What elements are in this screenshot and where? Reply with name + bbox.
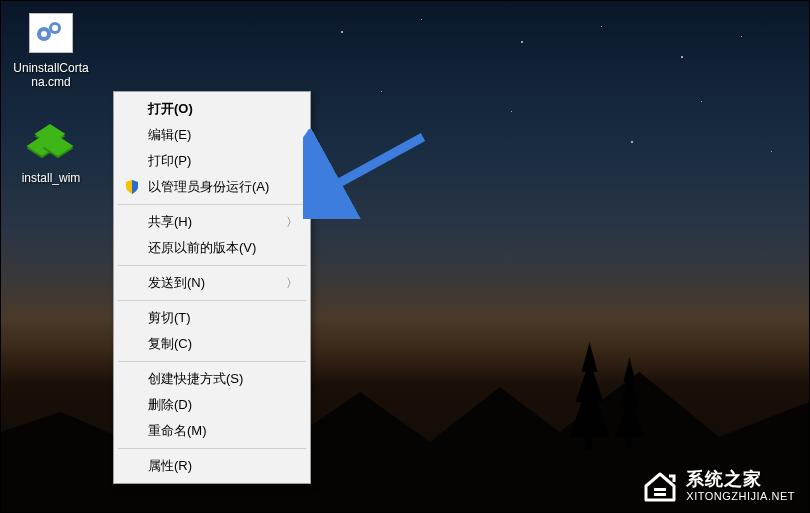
menu-item-open[interactable]: 打开(O): [116, 96, 308, 122]
menu-separator: [118, 204, 306, 205]
house-icon: [642, 470, 678, 502]
menu-item-print[interactable]: 打印(P): [116, 148, 308, 174]
menu-item-label: 编辑(E): [148, 126, 191, 144]
chevron-right-icon: 〉: [286, 214, 298, 231]
menu-item-share[interactable]: 共享(H) 〉: [116, 209, 308, 235]
shield-icon: [124, 179, 140, 195]
watermark: 系统之家 XITONGZHIJIA.NET: [642, 470, 795, 502]
menu-item-label: 删除(D): [148, 396, 192, 414]
menu-separator: [118, 265, 306, 266]
cmd-file-icon: [27, 9, 75, 57]
menu-item-label: 重命名(M): [148, 422, 207, 440]
menu-item-cut[interactable]: 剪切(T): [116, 305, 308, 331]
menu-item-restore-versions[interactable]: 还原以前的版本(V): [116, 235, 308, 261]
menu-item-send-to[interactable]: 发送到(N) 〉: [116, 270, 308, 296]
desktop-icon-uninstall-cortana-cmd[interactable]: UninstallCortana.cmd: [11, 9, 91, 89]
menu-item-label: 还原以前的版本(V): [148, 239, 256, 257]
menu-item-label: 发送到(N): [148, 274, 205, 292]
menu-separator: [118, 448, 306, 449]
svg-rect-3: [654, 488, 666, 491]
menu-item-label: 属性(R): [148, 457, 192, 475]
menu-item-label: 剪切(T): [148, 309, 191, 327]
desktop-icon-install-wim[interactable]: install_wim: [11, 119, 91, 185]
svg-rect-1: [626, 432, 631, 448]
menu-separator: [118, 361, 306, 362]
svg-rect-4: [654, 493, 666, 496]
menu-item-label: 共享(H): [148, 213, 192, 231]
wim-file-icon: [27, 119, 75, 167]
desktop-icon-label: UninstallCortana.cmd: [11, 61, 91, 89]
menu-item-properties[interactable]: 属性(R): [116, 453, 308, 479]
watermark-cn: 系统之家: [686, 470, 795, 490]
chevron-right-icon: 〉: [286, 275, 298, 292]
menu-item-rename[interactable]: 重命名(M): [116, 418, 308, 444]
menu-item-create-shortcut[interactable]: 创建快捷方式(S): [116, 366, 308, 392]
context-menu: 打开(O) 编辑(E) 打印(P) 以管理员身份运行(A) 共享(H) 〉 还原…: [113, 91, 311, 484]
watermark-en: XITONGZHIJIA.NET: [686, 490, 795, 502]
menu-item-delete[interactable]: 删除(D): [116, 392, 308, 418]
menu-item-copy[interactable]: 复制(C): [116, 331, 308, 357]
svg-rect-0: [586, 432, 592, 450]
menu-item-run-as-admin[interactable]: 以管理员身份运行(A): [116, 174, 308, 200]
menu-item-edit[interactable]: 编辑(E): [116, 122, 308, 148]
desktop-icon-label: install_wim: [11, 171, 91, 185]
menu-separator: [118, 300, 306, 301]
menu-item-label: 复制(C): [148, 335, 192, 353]
menu-item-label: 创建快捷方式(S): [148, 370, 243, 388]
menu-item-label: 以管理员身份运行(A): [148, 178, 269, 196]
menu-item-label: 打印(P): [148, 152, 191, 170]
menu-item-label: 打开(O): [148, 100, 193, 118]
